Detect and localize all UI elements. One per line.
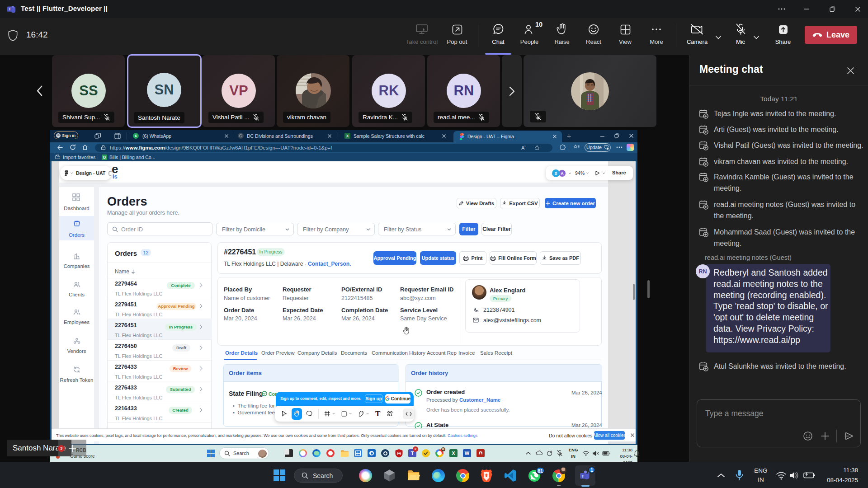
svg-text:T: T — [9, 7, 11, 11]
svg-text:T: T — [581, 474, 584, 479]
